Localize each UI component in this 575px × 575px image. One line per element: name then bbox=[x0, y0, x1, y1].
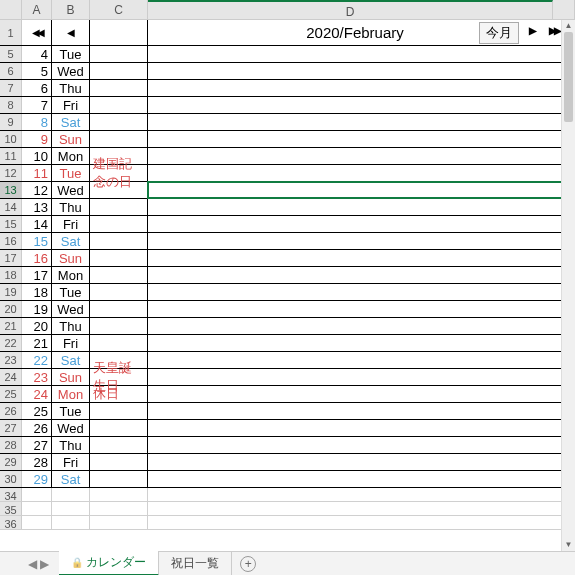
day-of-week[interactable]: Sat bbox=[52, 352, 90, 368]
day-number[interactable]: 28 bbox=[22, 454, 52, 470]
day-of-week[interactable]: Tue bbox=[52, 165, 90, 181]
day-number[interactable]: 18 bbox=[22, 284, 52, 300]
event-cell[interactable] bbox=[148, 318, 563, 334]
day-of-week[interactable]: Tue bbox=[52, 403, 90, 419]
holiday-name[interactable] bbox=[90, 131, 148, 147]
holiday-name[interactable] bbox=[90, 216, 148, 232]
holiday-name[interactable] bbox=[90, 284, 148, 300]
tab-holidays[interactable]: 祝日一覧 bbox=[159, 552, 232, 575]
row-head[interactable]: 19 bbox=[0, 284, 22, 300]
event-cell[interactable] bbox=[148, 148, 563, 164]
row-head[interactable]: 11 bbox=[0, 148, 22, 164]
day-number[interactable]: 23 bbox=[22, 369, 52, 385]
day-number[interactable]: 24 bbox=[22, 386, 52, 402]
event-cell[interactable] bbox=[148, 233, 563, 249]
holiday-name[interactable] bbox=[90, 301, 148, 317]
holiday-name[interactable] bbox=[90, 250, 148, 266]
day-of-week[interactable]: Wed bbox=[52, 301, 90, 317]
holiday-name[interactable] bbox=[90, 199, 148, 215]
holiday-name[interactable]: 天皇誕生日 bbox=[90, 369, 148, 385]
day-number[interactable]: 20 bbox=[22, 318, 52, 334]
row-head[interactable]: 23 bbox=[0, 352, 22, 368]
add-sheet-button[interactable]: + bbox=[240, 556, 256, 572]
col-D[interactable]: D bbox=[148, 0, 553, 19]
day-of-week[interactable]: Fri bbox=[52, 335, 90, 351]
row-head[interactable]: 9 bbox=[0, 114, 22, 130]
nav-next-month[interactable]: ▶ bbox=[529, 25, 537, 36]
event-cell[interactable] bbox=[148, 131, 563, 147]
day-number[interactable]: 21 bbox=[22, 335, 52, 351]
day-number[interactable]: 6 bbox=[22, 80, 52, 96]
row-head[interactable]: 6 bbox=[0, 63, 22, 79]
row-head[interactable]: 13 bbox=[0, 182, 22, 198]
tab-calendar[interactable]: カレンダー bbox=[59, 551, 159, 575]
event-cell[interactable] bbox=[148, 63, 563, 79]
today-button[interactable]: 今月 bbox=[479, 22, 519, 44]
row-head[interactable]: 10 bbox=[0, 131, 22, 147]
row-head[interactable]: 21 bbox=[0, 318, 22, 334]
nav-prev-year[interactable]: ◀◀ bbox=[22, 20, 52, 45]
event-cell[interactable] bbox=[148, 182, 563, 198]
day-of-week[interactable]: Mon bbox=[52, 267, 90, 283]
holiday-name[interactable] bbox=[90, 80, 148, 96]
row-head[interactable]: 8 bbox=[0, 97, 22, 113]
row-head[interactable]: 34 bbox=[0, 488, 22, 501]
day-of-week[interactable]: Sat bbox=[52, 114, 90, 130]
day-of-week[interactable]: Fri bbox=[52, 454, 90, 470]
day-of-week[interactable]: Mon bbox=[52, 148, 90, 164]
event-cell[interactable] bbox=[148, 267, 563, 283]
row-head[interactable]: 25 bbox=[0, 386, 22, 402]
day-of-week[interactable]: Thu bbox=[52, 318, 90, 334]
row-head[interactable]: 30 bbox=[0, 471, 22, 487]
event-cell[interactable] bbox=[148, 352, 563, 368]
holiday-name[interactable]: 建国記念の日 bbox=[90, 165, 148, 181]
event-cell[interactable] bbox=[148, 114, 563, 130]
day-of-week[interactable]: Wed bbox=[52, 420, 90, 436]
day-number[interactable]: 4 bbox=[22, 46, 52, 62]
scroll-down-icon[interactable]: ▼ bbox=[562, 539, 575, 551]
holiday-name[interactable] bbox=[90, 318, 148, 334]
day-number[interactable]: 25 bbox=[22, 403, 52, 419]
nav-prev-month[interactable]: ◀ bbox=[52, 20, 90, 45]
event-cell[interactable] bbox=[148, 403, 563, 419]
day-number[interactable]: 15 bbox=[22, 233, 52, 249]
event-cell[interactable] bbox=[148, 437, 563, 453]
day-number[interactable]: 11 bbox=[22, 165, 52, 181]
tab-nav[interactable]: ◀ ▶ bbox=[28, 557, 49, 571]
holiday-name[interactable] bbox=[90, 454, 148, 470]
event-cell[interactable] bbox=[148, 471, 563, 487]
row-head[interactable]: 22 bbox=[0, 335, 22, 351]
day-number[interactable]: 17 bbox=[22, 267, 52, 283]
row-head[interactable]: 20 bbox=[0, 301, 22, 317]
day-number[interactable]: 13 bbox=[22, 199, 52, 215]
day-number[interactable]: 8 bbox=[22, 114, 52, 130]
holiday-name[interactable] bbox=[90, 471, 148, 487]
holiday-name[interactable] bbox=[90, 97, 148, 113]
holiday-name[interactable] bbox=[90, 420, 148, 436]
row-head[interactable]: 18 bbox=[0, 267, 22, 283]
nav-next-year[interactable]: ▶▶ bbox=[549, 25, 559, 36]
holiday-name[interactable]: 休日 bbox=[90, 386, 148, 402]
scroll-up-icon[interactable]: ▲ bbox=[562, 20, 575, 32]
day-of-week[interactable]: Wed bbox=[52, 182, 90, 198]
event-cell[interactable] bbox=[148, 386, 563, 402]
holiday-name[interactable] bbox=[90, 46, 148, 62]
day-of-week[interactable]: Sun bbox=[52, 369, 90, 385]
event-cell[interactable] bbox=[148, 165, 563, 181]
row-head[interactable]: 14 bbox=[0, 199, 22, 215]
event-cell[interactable] bbox=[148, 335, 563, 351]
day-of-week[interactable]: Tue bbox=[52, 284, 90, 300]
holiday-name[interactable] bbox=[90, 403, 148, 419]
event-cell[interactable] bbox=[148, 301, 563, 317]
row-head[interactable]: 29 bbox=[0, 454, 22, 470]
day-number[interactable]: 27 bbox=[22, 437, 52, 453]
holiday-name[interactable] bbox=[90, 267, 148, 283]
row-head[interactable]: 28 bbox=[0, 437, 22, 453]
row-head[interactable]: 16 bbox=[0, 233, 22, 249]
day-of-week[interactable]: Mon bbox=[52, 386, 90, 402]
holiday-name[interactable] bbox=[90, 437, 148, 453]
event-cell[interactable] bbox=[148, 97, 563, 113]
event-cell[interactable] bbox=[148, 46, 563, 62]
col-A[interactable]: A bbox=[22, 0, 52, 19]
day-number[interactable]: 12 bbox=[22, 182, 52, 198]
